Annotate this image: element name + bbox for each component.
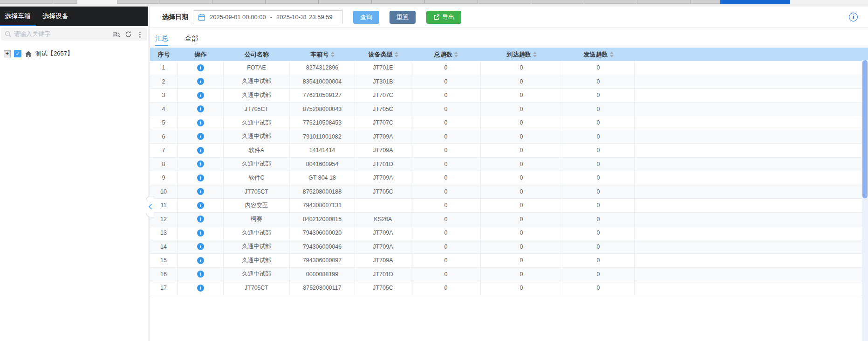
- row-info-icon[interactable]: i: [197, 188, 204, 195]
- row-info-icon[interactable]: i: [197, 216, 204, 223]
- row-info-icon[interactable]: i: [197, 202, 204, 209]
- vertical-scrollbar[interactable]: [862, 60, 868, 341]
- cell-box-number: 875208000117: [290, 281, 355, 295]
- cell-operation: i: [178, 130, 224, 144]
- row-info-icon[interactable]: i: [197, 174, 204, 181]
- cell-filler: [635, 130, 868, 144]
- sidebar-search-bar[interactable]: 请输入关键字 ⋮: [1, 28, 147, 41]
- date-start-value: 2025-09-01 00:00:00: [210, 14, 266, 21]
- reset-button[interactable]: 重置: [390, 11, 416, 24]
- cell-filler: [635, 89, 868, 102]
- tree-node-root[interactable]: + ✓ 测试【2657】: [4, 49, 148, 58]
- row-info-icon[interactable]: i: [197, 271, 204, 278]
- sort-icon[interactable]: [331, 52, 335, 57]
- cell-total-trips: 0: [411, 144, 481, 157]
- row-info-icon[interactable]: i: [197, 133, 204, 140]
- cell-arrived-trips: 0: [481, 240, 562, 254]
- cell-box-number: 8274312896: [290, 61, 355, 75]
- cell-sent-trips: 0: [562, 75, 635, 89]
- sort-icon[interactable]: [533, 52, 537, 57]
- row-info-icon[interactable]: i: [197, 78, 204, 85]
- cell-arrived-trips: 0: [481, 158, 562, 171]
- cell-total-trips: 0: [411, 61, 481, 75]
- sort-icon[interactable]: [454, 52, 458, 57]
- tab-summary[interactable]: 汇总: [155, 35, 168, 48]
- cell-operation: i: [178, 116, 224, 130]
- column-header[interactable]: 到达趟数: [481, 50, 562, 59]
- column-header[interactable]: 设备类型: [355, 50, 411, 59]
- cell-arrived-trips: 0: [481, 61, 562, 75]
- cell-device-type: JT709A: [355, 240, 411, 254]
- top-scrollbar-thumb[interactable]: [720, 0, 790, 4]
- tree-checkbox[interactable]: ✓: [14, 50, 21, 57]
- cell-total-trips: 0: [411, 281, 481, 295]
- cell-sent-trips: 0: [562, 185, 635, 199]
- cell-box-number: 840212000015: [290, 213, 355, 226]
- cell-total-trips: 0: [411, 130, 481, 144]
- refresh-icon[interactable]: [125, 31, 132, 38]
- cell-index: 2: [150, 75, 178, 89]
- date-end-value: 2025-10-31 23:59:59: [276, 14, 333, 21]
- row-info-icon[interactable]: i: [197, 64, 204, 71]
- sidebar-tab-select-device[interactable]: 选择设备: [42, 7, 68, 26]
- cell-sent-trips: 0: [562, 158, 635, 171]
- query-button[interactable]: 查询: [353, 11, 379, 24]
- row-info-icon[interactable]: i: [197, 147, 204, 154]
- cell-filler: [635, 158, 868, 171]
- row-info-icon[interactable]: i: [197, 92, 204, 99]
- sidebar-collapse-handle[interactable]: [146, 196, 154, 217]
- table-row: 2i久通中试部835410000004JT301B000: [150, 75, 868, 89]
- cell-company-name: JT705CT: [224, 281, 290, 295]
- cell-index: 11: [150, 199, 178, 212]
- column-header[interactable]: 发送趟数: [562, 50, 635, 59]
- cell-filler: [635, 254, 868, 267]
- cell-operation: i: [178, 199, 224, 212]
- sidebar-tab-select-carriage[interactable]: 选择车箱: [0, 7, 36, 26]
- row-info-icon[interactable]: i: [197, 243, 204, 250]
- cell-device-type: JT701D: [355, 158, 411, 171]
- cell-sent-trips: 0: [562, 171, 635, 185]
- cell-sent-trips: 0: [562, 254, 635, 267]
- cell-arrived-trips: 0: [481, 281, 562, 295]
- row-info-icon[interactable]: i: [197, 285, 204, 292]
- column-header: 序号: [150, 50, 178, 59]
- cell-filler: [635, 199, 868, 212]
- row-info-icon[interactable]: i: [197, 105, 204, 112]
- column-header[interactable]: 车箱号: [290, 50, 355, 59]
- row-info-icon[interactable]: i: [197, 257, 204, 264]
- cell-operation: i: [178, 226, 224, 240]
- sort-icon[interactable]: [395, 52, 398, 57]
- tab-all[interactable]: 全部: [185, 35, 198, 48]
- table-row: 11i内容交互794308007131000: [150, 199, 868, 213]
- export-button[interactable]: 导出: [426, 11, 461, 24]
- row-info-icon[interactable]: i: [197, 230, 204, 237]
- tree-expand-icon[interactable]: +: [4, 50, 11, 57]
- table-header-row: 序号操作公司名称车箱号设备类型总趟数到达趟数发送趟数: [150, 48, 868, 61]
- cell-box-number: 8041600954: [290, 158, 355, 171]
- row-info-icon[interactable]: i: [197, 160, 204, 167]
- table-row: 5i久通中试部776210508453JT707C000: [150, 116, 868, 130]
- vertical-scrollbar-thumb[interactable]: [862, 60, 868, 198]
- table-row: 17iJT705CT875208000117JT705C000: [150, 281, 868, 295]
- cell-filler: [635, 75, 868, 89]
- column-header[interactable]: 总趟数: [411, 50, 481, 59]
- cell-company-name: 软件A: [224, 144, 290, 157]
- table-row: 15i久通中试部794306000097JT709A000: [150, 254, 868, 268]
- cell-company-name: JT705CT: [224, 103, 290, 116]
- cell-sent-trips: 0: [562, 268, 635, 281]
- advanced-search-icon[interactable]: [113, 31, 120, 37]
- cell-total-trips: 0: [411, 254, 481, 267]
- cell-total-trips: 0: [411, 171, 481, 185]
- cell-device-type: JT705C: [355, 103, 411, 116]
- more-options-icon[interactable]: ⋮: [137, 31, 144, 38]
- row-info-icon[interactable]: i: [197, 119, 204, 126]
- cell-arrived-trips: 0: [481, 226, 562, 240]
- cell-arrived-trips: 0: [481, 89, 562, 102]
- date-range-picker[interactable]: 2025-09-01 00:00:00 - 2025-10-31 23:59:5…: [193, 10, 343, 24]
- cell-sent-trips: 0: [562, 116, 635, 130]
- sort-icon[interactable]: [610, 52, 614, 57]
- cell-operation: i: [178, 185, 224, 199]
- cell-device-type: JT709A: [355, 144, 411, 157]
- sidebar-tab-label: 选择设备: [42, 12, 68, 21]
- page-info-icon[interactable]: i: [849, 13, 858, 21]
